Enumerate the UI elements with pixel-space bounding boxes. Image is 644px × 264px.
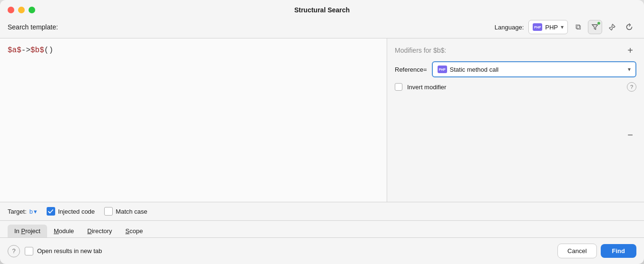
bottom-section: Target: b ▾ Injected code Match case — [0, 202, 644, 264]
modifiers-body: Reference= PHP Static method call ▾ Inve… — [387, 61, 644, 92]
language-label: Language: — [495, 24, 524, 31]
refresh-icon — [625, 23, 633, 31]
cancel-button[interactable]: Cancel — [557, 244, 596, 258]
code-arrow: -> — [21, 46, 30, 55]
open-results-checkbox[interactable] — [25, 247, 33, 255]
tab-directory[interactable]: Directory — [81, 225, 119, 237]
copy-template-button[interactable]: ⧉ — [571, 20, 585, 34]
tab-in-project[interactable]: In Project — [8, 225, 47, 237]
injected-code-group: Injected code — [47, 207, 95, 216]
target-label: Target: — [8, 208, 27, 215]
modifiers-panel: Modifiers for $b$: + Reference= PHP Stat… — [387, 38, 644, 202]
window-controls — [8, 7, 35, 13]
help-icon: ? — [12, 247, 15, 255]
code-var-b: $b$ — [30, 46, 44, 55]
filter-button[interactable] — [588, 20, 602, 34]
injected-code-label: Injected code — [58, 208, 95, 215]
target-chevron-icon: ▾ — [34, 208, 37, 215]
target-group: Target: b ▾ — [8, 208, 37, 215]
target-value: b — [29, 208, 33, 215]
language-select[interactable]: PHP PHP ▾ — [528, 20, 568, 34]
footer-buttons: Cancel Find — [557, 244, 636, 258]
invert-modifier-checkbox[interactable] — [395, 83, 402, 91]
minimize-button[interactable] — [18, 7, 25, 13]
reference-php-icon: PHP — [438, 66, 447, 73]
tab-scope[interactable]: Scope — [119, 225, 150, 237]
invert-help-icon[interactable]: ? — [627, 82, 636, 92]
reference-select[interactable]: PHP Static method call ▾ — [432, 61, 636, 77]
options-row: Target: b ▾ Injected code Match case — [0, 202, 644, 221]
checkmark-icon — [48, 209, 53, 214]
search-template-label: Search template: — [8, 23, 58, 31]
match-case-group: Match case — [104, 207, 147, 216]
target-value-select[interactable]: b ▾ — [29, 208, 37, 215]
match-case-label: Match case — [116, 208, 147, 215]
reference-modifier-row: Reference= PHP Static method call ▾ — [395, 61, 636, 77]
header-row: Search template: Language: PHP PHP ▾ ⧉ — [0, 18, 644, 38]
help-button[interactable]: ? — [8, 245, 20, 257]
header-right: Language: PHP PHP ▾ ⧉ — [495, 20, 636, 34]
main-content: $a$->$b$() Modifiers for $b$: + Referenc… — [0, 38, 644, 202]
php-icon: PHP — [533, 23, 542, 31]
code-var-a: $a$ — [8, 46, 21, 55]
add-modifier-button[interactable]: + — [624, 44, 636, 57]
pin-icon — [608, 23, 616, 31]
scope-tabs: In Project Module Directory Scope — [0, 221, 644, 238]
open-results-label: Open results in new tab — [37, 247, 102, 255]
modifiers-title: Modifiers for $b$: — [395, 47, 446, 54]
reference-chevron-icon: ▾ — [628, 66, 631, 73]
injected-code-checkbox[interactable] — [47, 207, 55, 216]
structural-search-dialog: Structural Search Search template: Langu… — [0, 0, 644, 264]
title-bar: Structural Search — [0, 0, 644, 18]
editor-panel: $a$->$b$() — [0, 38, 387, 202]
reference-value: Static method call — [450, 66, 499, 73]
modifiers-header: Modifiers for $b$: + — [387, 38, 644, 61]
refresh-button[interactable] — [622, 20, 636, 34]
language-chevron-icon: ▾ — [561, 24, 564, 30]
remove-modifier-button[interactable]: − — [624, 129, 636, 141]
language-value: PHP — [545, 24, 558, 31]
match-case-checkbox[interactable] — [104, 207, 113, 216]
invert-modifier-label: Invert modifier — [407, 84, 446, 91]
close-button[interactable] — [8, 7, 14, 13]
dialog-title: Structural Search — [294, 6, 350, 14]
maximize-button[interactable] — [29, 7, 35, 13]
open-results-group: Open results in new tab — [25, 247, 102, 255]
code-parens: () — [44, 46, 53, 55]
reference-label: Reference= — [395, 66, 427, 73]
invert-modifier-row: Invert modifier ? — [395, 82, 636, 92]
code-editor[interactable]: $a$->$b$() — [8, 44, 379, 57]
pin-button[interactable] — [605, 20, 619, 34]
tab-module[interactable]: Module — [47, 225, 81, 237]
find-button[interactable]: Find — [601, 244, 636, 258]
filter-active-badge — [597, 21, 601, 25]
footer-row: ? Open results in new tab Cancel Find — [0, 238, 644, 264]
